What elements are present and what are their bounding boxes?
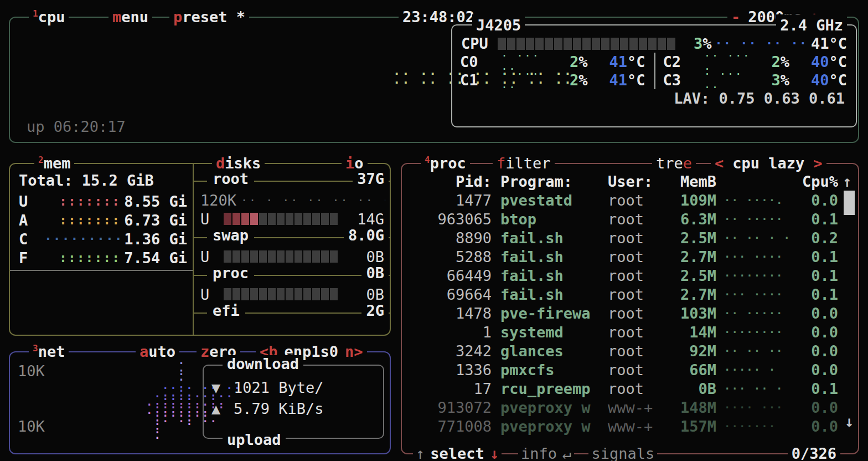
tab-cpu[interactable]: 1cpu	[29, 6, 69, 28]
mem-row-graph-dots: :::::::	[44, 252, 121, 264]
filter-button[interactable]: filter	[493, 152, 555, 175]
preset-hotkey: p	[173, 8, 182, 25]
table-row[interactable]: 963065 btop root 6.3M ·· ····· 0.1	[402, 209, 858, 228]
mem-row-label: A	[19, 212, 44, 229]
tab-proc[interactable]: 4proc	[421, 152, 470, 175]
cpu-cell: 0.0	[796, 305, 838, 322]
sort-mode: cpu lazy	[732, 155, 804, 172]
sort-direction-icon[interactable]: ↑	[843, 173, 851, 190]
disk-root-io-row: 120K ·· · ·· ·· ·· ·· ·· ·· ·· · ··	[194, 191, 390, 209]
select-up-icon[interactable]: ↑	[413, 443, 427, 461]
mem-cell: 14M	[663, 324, 716, 341]
cpu-cell: 0.0	[796, 399, 838, 416]
preset-button[interactable]: preset *	[169, 6, 249, 28]
cpu-history-dots: ··· ····	[724, 288, 796, 300]
table-row[interactable]: 8890 fail.sh root 2.5M ·· ·· · · 0.2	[402, 228, 858, 247]
core-temp: 40°C	[789, 71, 847, 89]
mem-row-label: F	[19, 249, 44, 267]
user-cell: root	[608, 324, 663, 341]
cpu-history-dots: ··· ····	[724, 250, 796, 263]
mem-row-available: A ::::::: 6.73 Gi	[19, 211, 187, 229]
header-cpu[interactable]: Cpu%	[796, 173, 838, 190]
table-row[interactable]: 913072 pveproxy w www-+ 148M ···· ··· 0.…	[402, 398, 858, 417]
disk-name: swap	[207, 227, 254, 244]
mem-row-free: F ::::::: 7.54 Gi	[19, 248, 187, 267]
table-row[interactable]: 771008 pveproxy w www-+ 157M ······· 0.0	[402, 417, 858, 436]
table-row[interactable]: 66449 fail.sh root 2.5M ········ 0.1	[402, 266, 858, 285]
select-down-icon[interactable]: ↓	[487, 443, 502, 461]
download-speed: 1021 Byte/	[234, 379, 324, 396]
header-user[interactable]: User:	[608, 173, 663, 190]
signals-button[interactable]: signals	[588, 443, 657, 461]
disk-used-value: 14G	[338, 211, 384, 228]
pid-cell: 17	[409, 380, 492, 397]
disk-name: root	[207, 170, 254, 187]
enter-icon[interactable]: ↵	[560, 443, 574, 461]
scrollbar-thumb[interactable]	[844, 191, 855, 215]
table-row[interactable]: 69664 fail.sh root 2.7M ··· ···· 0.1	[402, 285, 858, 304]
cpu-history-dots: ········	[724, 326, 796, 338]
table-row[interactable]: 5288 fail.sh root 2.7M ··· ···· 0.1	[402, 247, 858, 266]
header-memb[interactable]: MemB	[663, 173, 716, 190]
program-cell: fail.sh	[500, 248, 606, 265]
disk-used-meter	[224, 250, 338, 263]
header-pid[interactable]: Pid:	[409, 173, 492, 190]
cpu-history-dots: ·· ·· ··	[724, 345, 796, 357]
cpu-cell: 0.0	[796, 418, 838, 435]
cpu-history-dots: ·· ·····	[724, 307, 796, 319]
cpu-model: J4205	[472, 14, 525, 37]
menu-button[interactable]: menu	[108, 6, 152, 28]
tree-button[interactable]: tree	[652, 152, 696, 175]
table-row[interactable]: 3242 glances root 92M ·· ·· ·· 0.0	[402, 341, 858, 360]
scroll-down-icon[interactable]: ↓	[845, 413, 854, 430]
net-speed-panel: download ▼ 1021 Byte/ ▲ 5.79 KiB/s uploa…	[203, 365, 384, 439]
cpu-cell: 0.0	[796, 324, 838, 341]
table-row[interactable]: 1478 pve-firewa root 103M ·· ····· 0.0	[402, 304, 858, 322]
upload-label: upload	[223, 431, 286, 448]
header-program[interactable]: Program:	[500, 173, 606, 190]
table-row[interactable]: 1477 pvestatd root 109M ·· ····. 0.0	[402, 191, 858, 209]
mem-row-value: 6.73 Gi	[121, 212, 187, 229]
pid-cell: 8890	[409, 229, 492, 247]
disk-used-label: U	[200, 248, 224, 265]
filter-label: ilter	[505, 155, 550, 172]
cpu-history-dots: ·· ····.	[724, 194, 796, 206]
iface-next-button[interactable]: n>	[345, 343, 363, 360]
pid-cell: 1	[409, 324, 492, 341]
sort-next-button[interactable]: >	[813, 155, 822, 172]
program-cell: glances	[500, 342, 606, 360]
uptime-label: up 06:20:17	[27, 118, 126, 135]
proc-footer: ↑ select ↓ info ↵ signals	[413, 443, 657, 461]
core-temp: 41°C	[588, 71, 645, 89]
sort-prev-button[interactable]: <	[715, 155, 724, 172]
mem-row-graph-dots: ·········	[44, 233, 121, 245]
interval-decrease-button[interactable]: -	[731, 8, 740, 25]
user-cell: root	[608, 342, 663, 360]
core-percent: 3%	[757, 71, 789, 89]
download-label: download	[223, 355, 303, 372]
zero-hotkey: z	[200, 343, 209, 360]
disk-swap-title: swap 8.0G	[194, 228, 390, 247]
net-scale-bottom: 10K	[18, 418, 45, 435]
select-button[interactable]: select	[427, 443, 487, 461]
table-row[interactable]: 1336 pmxcfs root 66M ····· · 0.0	[402, 360, 858, 379]
info-button[interactable]: info	[518, 443, 560, 461]
disk-size: 2G	[361, 302, 389, 319]
table-row[interactable]: 1 systemd root 14M ········ 0.0	[402, 322, 858, 341]
core-graph-dots: · ··· ··	[487, 67, 556, 94]
core-label: C3	[663, 71, 690, 89]
mem-cell: 157M	[663, 418, 716, 435]
program-cell: fail.sh	[500, 229, 606, 247]
table-row[interactable]: 17 rcu_preemp root 0B ··· ·· · 0.1	[402, 379, 858, 398]
download-speed-row: ▼ 1021 Byte/	[211, 377, 383, 398]
disk-swap-used-row: U 0B	[194, 247, 390, 266]
program-cell: pmxcfs	[500, 361, 606, 378]
net-scale-top: 10K	[18, 362, 45, 380]
core-row-c1: C1 · ··· ·· 2% 41°C	[452, 71, 654, 89]
mem-box: 2mem disks io Total: 15.2 GiB U ::::::: …	[9, 163, 391, 336]
tab-net[interactable]: 3net	[29, 341, 69, 363]
mem-cell: 2.7M	[663, 286, 716, 303]
user-cell: root	[608, 229, 663, 247]
mem-cell: 6.3M	[663, 211, 716, 228]
mem-row-cached: C ········· 1.36 Gi	[19, 229, 187, 248]
